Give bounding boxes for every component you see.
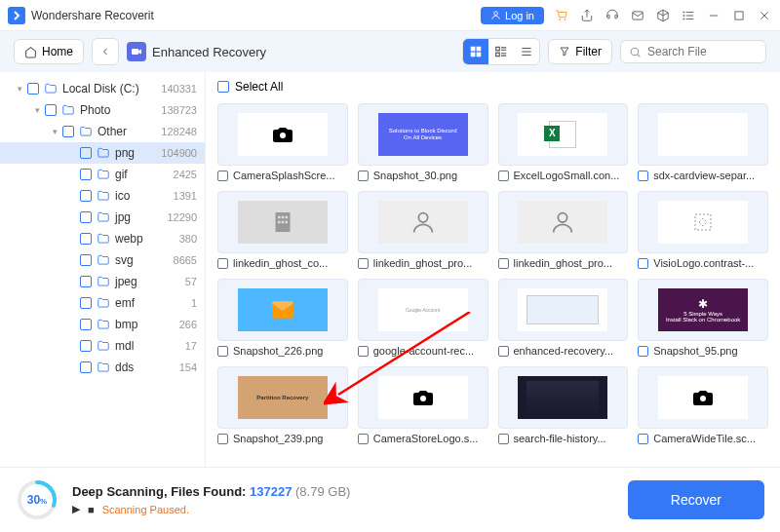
file-checkbox[interactable] — [358, 434, 369, 444]
file-thumbnail[interactable]: X — [498, 103, 629, 166]
select-all-checkbox[interactable] — [217, 81, 229, 93]
mail-icon[interactable] — [630, 8, 645, 23]
file-thumbnail[interactable] — [498, 279, 629, 341]
list-icon[interactable] — [681, 8, 696, 23]
tree-checkbox[interactable] — [80, 233, 92, 245]
tree-checkbox[interactable] — [80, 340, 92, 352]
file-card[interactable]: CameraSplashScre... — [217, 103, 348, 181]
headset-icon[interactable] — [604, 8, 620, 23]
tree-item-png[interactable]: png104900 — [0, 142, 205, 164]
file-card[interactable]: CameraWideTile.sc... — [638, 366, 768, 444]
maximize-icon[interactable] — [731, 8, 747, 23]
file-card[interactable]: sdx-cardview-separ... — [638, 103, 768, 181]
tree-checkbox[interactable] — [80, 361, 92, 373]
file-card[interactable]: CameraStoreLogo.s... — [358, 366, 488, 444]
tree-item-dds[interactable]: dds154 — [0, 357, 205, 378]
file-checkbox[interactable] — [358, 258, 369, 269]
file-checkbox[interactable] — [498, 171, 509, 181]
file-checkbox[interactable] — [217, 346, 228, 357]
file-card[interactable]: Snapshot_226.png — [217, 279, 348, 357]
login-button[interactable]: Log in — [481, 7, 544, 24]
file-thumbnail[interactable] — [498, 366, 629, 429]
select-all-row[interactable]: Select All — [217, 80, 768, 94]
tree-item-gif[interactable]: gif2425 — [0, 164, 205, 185]
file-thumbnail[interactable] — [638, 191, 768, 253]
file-checkbox[interactable] — [498, 346, 509, 357]
grid-view-button[interactable] — [463, 39, 488, 64]
tree-checkbox[interactable] — [80, 147, 92, 159]
file-card[interactable]: linkedin_ghost_pro... — [358, 191, 488, 269]
tree-item-bmp[interactable]: bmp266 — [0, 314, 205, 335]
file-thumbnail[interactable]: Solutions to Block DiscordOn All Devices — [358, 103, 488, 166]
file-checkbox[interactable] — [217, 434, 228, 444]
file-card[interactable]: enhanced-recovery... — [498, 279, 629, 357]
filter-button[interactable]: Filter — [548, 39, 612, 64]
play-icon[interactable]: ▶ — [72, 503, 80, 515]
file-card[interactable]: Google Accountgoogle-account-rec... — [358, 279, 488, 357]
tree-checkbox[interactable] — [80, 211, 92, 223]
file-card[interactable]: search-file-history... — [498, 366, 629, 444]
tree-checkbox[interactable] — [80, 190, 92, 202]
file-checkbox[interactable] — [638, 434, 648, 444]
file-checkbox[interactable] — [638, 258, 648, 269]
cube-icon[interactable] — [655, 8, 671, 23]
recover-button[interactable]: Recover — [628, 480, 764, 519]
file-checkbox[interactable] — [638, 346, 648, 357]
file-card[interactable]: linkedin_ghost_co... — [217, 191, 348, 269]
file-card[interactable]: linkedin_ghost_pro... — [498, 191, 629, 269]
file-checkbox[interactable] — [358, 171, 369, 181]
tree-item-jpeg[interactable]: jpeg57 — [0, 271, 205, 292]
file-checkbox[interactable] — [217, 171, 228, 181]
file-thumbnail[interactable] — [358, 366, 488, 429]
file-checkbox[interactable] — [498, 434, 509, 444]
list-view-button[interactable] — [514, 39, 539, 64]
close-icon[interactable] — [757, 8, 772, 23]
minimize-icon[interactable] — [706, 8, 722, 23]
file-thumbnail[interactable] — [217, 191, 348, 253]
file-thumbnail[interactable] — [217, 279, 348, 341]
file-checkbox[interactable] — [358, 346, 369, 357]
file-checkbox[interactable] — [217, 258, 228, 269]
back-button[interactable] — [92, 38, 119, 65]
tree-checkbox[interactable] — [80, 319, 92, 330]
tree-item-ico[interactable]: ico1391 — [0, 185, 205, 207]
tree-checkbox[interactable] — [80, 169, 92, 180]
file-card[interactable]: Solutions to Block DiscordOn All Devices… — [358, 103, 488, 181]
file-card[interactable]: ✱5 Simple WaysInstall Slack on Chromeboo… — [638, 279, 768, 357]
search-input[interactable] — [647, 45, 758, 58]
tree-checkbox[interactable] — [80, 276, 92, 287]
tree-checkbox[interactable] — [45, 104, 57, 116]
file-thumbnail[interactable]: Google Account — [358, 279, 488, 341]
home-button[interactable]: Home — [14, 39, 84, 64]
file-thumbnail[interactable] — [638, 366, 768, 429]
tree-item-local-disk--c--[interactable]: ▾Local Disk (C:)140331 — [0, 78, 205, 99]
file-checkbox[interactable] — [498, 258, 509, 269]
tree-item-webp[interactable]: webp380 — [0, 228, 205, 249]
file-thumbnail[interactable]: Partition Recovery — [217, 366, 348, 429]
file-thumbnail[interactable] — [498, 191, 629, 253]
file-thumbnail[interactable] — [358, 191, 488, 253]
file-name: VisioLogo.contrast-... — [653, 257, 754, 269]
cart-icon[interactable] — [554, 8, 569, 23]
file-card[interactable]: VisioLogo.contrast-... — [638, 191, 768, 269]
tree-checkbox[interactable] — [80, 297, 92, 309]
file-thumbnail[interactable] — [217, 103, 348, 166]
stop-icon[interactable]: ■ — [88, 504, 95, 515]
file-thumbnail[interactable]: ✱5 Simple WaysInstall Slack on Chromeboo… — [638, 279, 768, 341]
detail-view-button[interactable] — [488, 39, 514, 64]
tree-item-mdl[interactable]: mdl17 — [0, 335, 205, 357]
share-icon[interactable] — [579, 8, 595, 23]
tree-checkbox[interactable] — [62, 126, 74, 137]
tree-checkbox[interactable] — [80, 254, 92, 266]
file-card[interactable]: XExcelLogoSmall.con... — [498, 103, 629, 181]
tree-item-jpg[interactable]: jpg12290 — [0, 207, 205, 228]
search-box[interactable] — [620, 40, 766, 63]
tree-item-emf[interactable]: emf1 — [0, 292, 205, 314]
tree-item-other[interactable]: ▾Other128248 — [0, 121, 205, 142]
file-checkbox[interactable] — [638, 171, 648, 181]
tree-item-svg[interactable]: svg8665 — [0, 249, 205, 271]
file-thumbnail[interactable] — [638, 103, 768, 166]
tree-checkbox[interactable] — [27, 83, 39, 95]
tree-item-photo[interactable]: ▾Photo138723 — [0, 99, 205, 121]
file-card[interactable]: Partition RecoverySnapshot_239.png — [217, 366, 348, 444]
